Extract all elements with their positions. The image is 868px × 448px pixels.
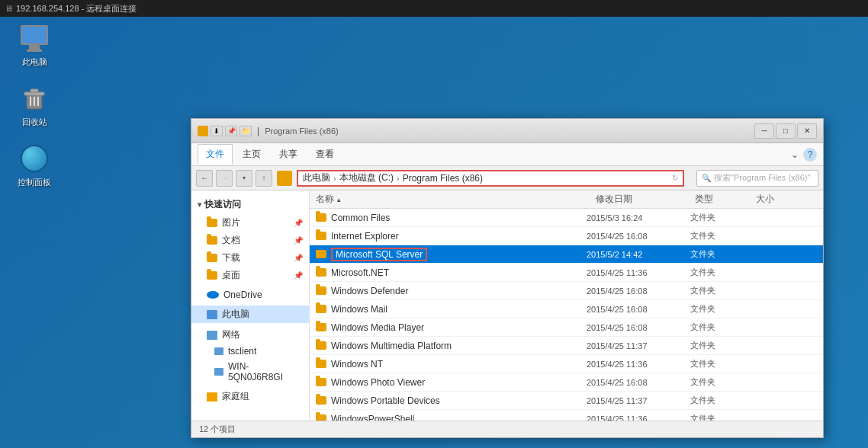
file-name-1: Internet Explorer — [331, 231, 399, 242]
address-refresh-btn[interactable]: ↻ — [672, 174, 678, 182]
documents-label: 文档 — [222, 234, 240, 247]
file-row-6[interactable]: Windows Media Player 2015/4/25 16:08 文件夹 — [310, 318, 823, 337]
up-button[interactable]: ↑ — [256, 170, 272, 187]
file-name-2: Microsoft SQL Server — [331, 248, 427, 261]
control-panel-icon[interactable]: 控制面板 — [8, 143, 61, 188]
file-row-3[interactable]: Microsoft.NET 2015/4/25 11:36 文件夹 — [310, 264, 823, 282]
onedrive-label: OneDrive — [223, 290, 262, 300]
close-button[interactable]: ✕ — [797, 123, 817, 139]
home-group-section: 家庭组 — [191, 388, 309, 405]
sidebar-item-tsclient[interactable]: tsclient — [191, 344, 309, 359]
file-row-10[interactable]: Windows Portable Devices 2015/4/25 11:37… — [310, 392, 823, 410]
tab-file[interactable]: 文件 — [198, 144, 233, 165]
file-type-2: 文件夹 — [690, 248, 751, 260]
folder-btn2[interactable]: 📁 — [240, 126, 252, 136]
back-button[interactable]: ← — [196, 170, 213, 187]
folder-icon-10 — [316, 396, 326, 405]
search-box[interactable]: 🔍 搜索"Program Files (x86)" — [696, 170, 818, 187]
tab-view[interactable]: 查看 — [307, 144, 342, 165]
file-name-0: Common Files — [331, 213, 390, 223]
desktop-icons: 此电脑 回收站 控制面板 — [8, 23, 61, 188]
window-title-bar: ⬇ 📌 📁 | Program Files (x86) ─ □ ✕ — [191, 119, 823, 143]
file-date-7: 2015/4/25 11:37 — [587, 341, 686, 350]
homegroup-label: 家庭组 — [222, 390, 249, 403]
sidebar-item-downloads[interactable]: 下载 📌 — [191, 249, 309, 267]
this-pc-label: 此电脑 — [22, 56, 47, 68]
sidebar-item-documents[interactable]: 文档 📌 — [191, 232, 309, 249]
tab-home[interactable]: 主页 — [234, 144, 269, 165]
file-date-11: 2015/4/25 11:36 — [587, 414, 686, 421]
file-name-11: WindowsPowerShell — [331, 414, 414, 421]
folder-icon-1 — [316, 232, 326, 240]
col-header-date[interactable]: 修改日期 — [596, 193, 695, 206]
this-pc-icon[interactable]: 此电脑 — [8, 23, 61, 68]
homegroup-icon — [207, 392, 217, 402]
file-type-9: 文件夹 — [690, 376, 751, 388]
ribbon-expand-btn[interactable]: ⌄ — [788, 146, 802, 163]
file-date-2: 2015/5/2 14:42 — [587, 250, 686, 259]
file-row-4[interactable]: Windows Defender 2015/4/25 16:08 文件夹 — [310, 282, 823, 300]
pin-btn[interactable]: 📌 — [225, 126, 237, 136]
search-placeholder: 搜索"Program Files (x86)" — [714, 172, 810, 184]
sidebar-item-desktop[interactable]: 桌面 📌 — [191, 267, 309, 284]
nav-folder-icon — [277, 171, 292, 186]
file-name-7: Windows Multimedia Platform — [331, 341, 452, 351]
maximize-button[interactable]: □ — [776, 123, 796, 139]
desktop: 🖥 192.168.254.128 - 远程桌面连接 此电脑 — [0, 0, 868, 448]
computer-icon-sidebar — [207, 310, 217, 319]
file-row-2[interactable]: Microsoft SQL Server 2015/5/2 14:42 文件夹 — [310, 245, 823, 264]
tsclient-icon — [214, 347, 223, 355]
nav-dropdown-btn[interactable]: ▾ — [236, 170, 252, 187]
folder-icon-0 — [316, 213, 326, 222]
file-type-8: 文件夹 — [690, 358, 751, 370]
file-type-4: 文件夹 — [690, 285, 751, 296]
main-content: ▾ 快速访问 图片 📌 文档 📌 下载 — [191, 190, 823, 421]
address-bar[interactable]: 此电脑 › 本地磁盘 (C:) › Program Files (x86) ↻ — [297, 170, 684, 187]
file-row-5[interactable]: Windows Mail 2015/4/25 16:08 文件夹 — [310, 300, 823, 318]
file-row-0[interactable]: Common Files 2015/5/3 16:24 文件夹 — [310, 209, 823, 227]
file-type-10: 文件夹 — [690, 395, 751, 406]
file-row-1[interactable]: Internet Explorer 2015/4/25 16:08 文件夹 — [310, 227, 823, 245]
sidebar-item-pictures[interactable]: 图片 📌 — [191, 214, 309, 232]
file-name-4: Windows Defender — [331, 286, 408, 296]
col-header-name[interactable]: 名称 — [316, 193, 596, 206]
file-type-7: 文件夹 — [690, 340, 751, 351]
folder-icon-9 — [316, 378, 326, 386]
recycle-bin-icon[interactable]: 回收站 — [8, 83, 61, 128]
file-date-0: 2015/5/3 16:24 — [587, 213, 686, 222]
file-name-8: Windows NT — [331, 359, 383, 370]
sidebar-item-onedrive[interactable]: OneDrive — [191, 287, 309, 302]
quick-access-header[interactable]: ▾ 快速访问 — [191, 195, 309, 214]
network-section: 网络 tsclient WIN-5QN0J6R8GI — [191, 326, 309, 385]
control-panel-label: 控制面板 — [18, 177, 51, 188]
svg-rect-2 — [31, 89, 38, 92]
file-row-9[interactable]: Windows Photo Viewer 2015/4/25 16:08 文件夹 — [310, 373, 823, 392]
col-header-type[interactable]: 类型 — [695, 193, 756, 206]
onedrive-icon — [207, 291, 219, 299]
file-row-7[interactable]: Windows Multimedia Platform 2015/4/25 11… — [310, 337, 823, 355]
tab-share[interactable]: 共享 — [271, 144, 306, 165]
file-type-1: 文件夹 — [690, 230, 751, 242]
file-type-0: 文件夹 — [690, 212, 751, 223]
network-label: 网络 — [222, 328, 240, 341]
quick-access-btn[interactable]: ⬇ — [211, 126, 223, 136]
sidebar-item-win5qn[interactable]: WIN-5QN0J6R8GI — [191, 359, 309, 385]
sidebar-item-this-pc[interactable]: 此电脑 — [191, 306, 309, 323]
win5qn-label: WIN-5QN0J6R8GI — [228, 361, 303, 382]
forward-button[interactable]: → — [216, 170, 233, 187]
file-type-3: 文件夹 — [690, 267, 751, 278]
file-row-11[interactable]: WindowsPowerShell 2015/4/25 11:36 文件夹 — [310, 410, 823, 421]
folder-icon-pictures — [207, 219, 217, 227]
file-date-9: 2015/4/25 16:08 — [587, 378, 686, 387]
quick-access-label: 快速访问 — [204, 198, 241, 211]
pin-icon-pictures: 📌 — [294, 219, 303, 227]
minimize-button[interactable]: ─ — [754, 123, 774, 139]
sidebar-item-network[interactable]: 网络 — [191, 326, 309, 344]
quick-access-chevron: ▾ — [198, 200, 201, 209]
file-type-6: 文件夹 — [690, 322, 751, 333]
recycle-bin-label: 回收站 — [22, 117, 47, 128]
col-header-size[interactable]: 大小 — [756, 193, 817, 206]
sidebar-item-homegroup[interactable]: 家庭组 — [191, 388, 309, 405]
file-row-8[interactable]: Windows NT 2015/4/25 11:36 文件夹 — [310, 355, 823, 373]
help-button[interactable]: ? — [803, 148, 817, 162]
